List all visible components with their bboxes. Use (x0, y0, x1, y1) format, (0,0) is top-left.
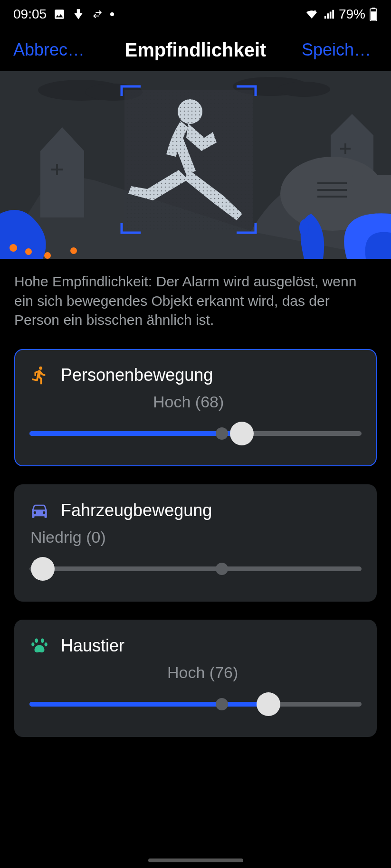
slider-pet[interactable] (29, 692, 362, 716)
slider-thumb[interactable] (230, 422, 254, 445)
card-person-value: Hoch (68) (29, 393, 362, 411)
description-text: Hohe Empfindlichkeit: Der Alarm wird aus… (0, 259, 391, 340)
transfer-icon (91, 9, 104, 19)
battery-percent: 79% (339, 7, 365, 22)
svg-rect-2 (372, 8, 375, 9)
svg-rect-12 (51, 164, 56, 169)
svg-text:6: 6 (314, 9, 316, 13)
card-pet-title: Haustier (61, 636, 124, 656)
paw-icon (29, 636, 49, 656)
card-vehicle[interactable]: Fahrzeugbewegung Niedrig (0) (14, 484, 377, 602)
svg-rect-35 (124, 90, 253, 230)
svg-rect-24 (352, 175, 391, 213)
person-running-icon (29, 365, 49, 385)
cancel-button[interactable]: Abbrechen (13, 40, 89, 60)
svg-rect-9 (40, 151, 84, 217)
slider-thumb[interactable] (31, 557, 55, 581)
notification-dot-icon (110, 12, 114, 16)
wifi-icon: 6 (305, 9, 319, 20)
svg-rect-3 (371, 11, 376, 20)
card-vehicle-value: Niedrig (0) (29, 528, 362, 547)
svg-point-32 (299, 219, 309, 236)
svg-rect-22 (346, 150, 351, 154)
home-indicator[interactable] (148, 859, 243, 862)
svg-rect-15 (58, 170, 63, 175)
svg-rect-14 (51, 170, 56, 175)
download-icon (72, 8, 85, 20)
card-pet-value: Hoch (76) (29, 663, 362, 682)
svg-point-31 (70, 247, 77, 254)
card-person-title: Personenbewegung (61, 365, 213, 385)
card-pet[interactable]: Haustier Hoch (76) (14, 620, 377, 737)
svg-point-29 (25, 248, 32, 255)
nav-bar: Abbrechen Empfindlichkeit Speichern (0, 28, 391, 71)
status-bar: 09:05 6 79% (0, 0, 391, 28)
card-person[interactable]: Personenbewegung Hoch (68) (14, 349, 377, 466)
car-icon (29, 500, 49, 520)
svg-point-28 (10, 244, 17, 252)
svg-point-30 (44, 252, 51, 259)
status-time: 09:05 (13, 7, 47, 22)
svg-rect-20 (346, 143, 351, 148)
svg-rect-13 (58, 164, 63, 169)
battery-icon (369, 8, 378, 21)
slider-vehicle[interactable] (29, 557, 362, 581)
svg-rect-19 (340, 143, 344, 148)
svg-point-8 (278, 82, 330, 97)
signal-icon (323, 9, 335, 19)
card-vehicle-title: Fahrzeugbewegung (61, 500, 212, 520)
slider-person[interactable] (29, 422, 362, 445)
hero-illustration (0, 71, 391, 259)
image-icon (53, 8, 66, 20)
page-title: Empfindlichkeit (125, 39, 267, 61)
svg-rect-21 (340, 150, 344, 154)
save-button[interactable]: Speichern (302, 40, 378, 60)
slider-thumb[interactable] (257, 692, 280, 716)
